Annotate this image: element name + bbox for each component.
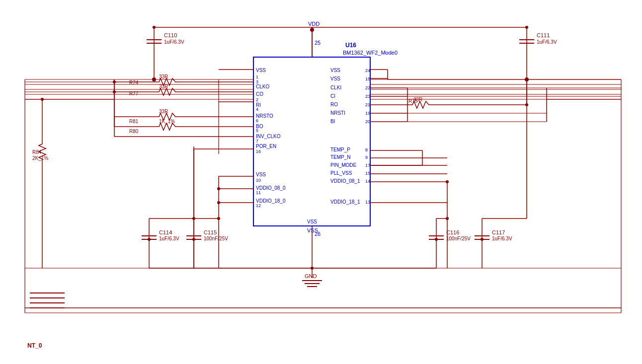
- svg-text:4: 4: [256, 107, 258, 112]
- svg-text:VDDIO_18_1: VDDIO_18_1: [330, 199, 360, 205]
- svg-point-198: [481, 238, 483, 241]
- svg-text:NRSTO: NRSTO: [256, 113, 273, 119]
- svg-text:VSS: VSS: [256, 68, 266, 73]
- svg-text:PLL_VSS: PLL_VSS: [330, 170, 352, 176]
- svg-point-206: [311, 267, 314, 270]
- svg-text:CLKI: CLKI: [330, 85, 341, 90]
- svg-text:20: 20: [365, 119, 370, 124]
- svg-text:RO: RO: [330, 102, 338, 107]
- svg-point-189: [435, 238, 438, 241]
- svg-text:18: 18: [365, 76, 370, 81]
- svg-text:13: 13: [365, 200, 370, 205]
- svg-text:1uF/6.3V: 1uF/6.3V: [164, 39, 184, 45]
- svg-text:19: 19: [365, 111, 370, 116]
- svg-text:CI: CI: [330, 93, 335, 99]
- svg-point-171: [217, 217, 220, 220]
- svg-text:2: 2: [256, 97, 258, 102]
- svg-text:VDDIO_08_1: VDDIO_08_1: [330, 178, 360, 184]
- svg-text:BI: BI: [330, 119, 335, 124]
- svg-text:12: 12: [256, 203, 261, 208]
- svg-text:C115: C115: [204, 229, 217, 235]
- svg-text:1: 1: [256, 74, 258, 79]
- svg-text:33R: 33R: [159, 109, 168, 114]
- svg-text:33R: 33R: [159, 74, 168, 79]
- svg-text:22: 22: [365, 85, 370, 90]
- svg-text:17: 17: [365, 163, 370, 168]
- svg-text:C116: C116: [446, 229, 459, 235]
- svg-text:5: 5: [256, 128, 258, 133]
- svg-text:100nF/25V: 100nF/25V: [446, 236, 471, 241]
- svg-point-215: [153, 26, 156, 29]
- svg-text:CO: CO: [256, 91, 263, 97]
- svg-text:8: 8: [365, 147, 368, 152]
- svg-text:TEMP_N: TEMP_N: [330, 154, 351, 160]
- svg-text:TEMP_P: TEMP_P: [330, 147, 350, 152]
- svg-text:C110: C110: [164, 32, 177, 38]
- schematic-canvas: 25 VDD 26 VSS U16 BM1362_WF2_Mode0 VSS 1…: [0, 0, 642, 364]
- svg-text:NT_0: NT_0: [27, 342, 42, 349]
- svg-text:VSS: VSS: [307, 219, 317, 224]
- svg-text:3: 3: [256, 79, 258, 84]
- svg-point-151: [446, 180, 449, 183]
- svg-point-214: [113, 90, 116, 93]
- svg-text:14: 14: [365, 179, 370, 184]
- svg-text:BM1362_WF2_Mode0: BM1362_WF2_Mode0: [343, 50, 398, 56]
- svg-text:C117: C117: [492, 229, 505, 235]
- svg-text:POR_EN: POR_EN: [256, 144, 276, 149]
- svg-point-175: [192, 238, 195, 241]
- svg-text:R80: R80: [129, 129, 139, 134]
- svg-point-162: [41, 98, 44, 101]
- svg-point-194: [446, 217, 449, 220]
- svg-text:R74: R74: [129, 80, 139, 85]
- svg-text:9: 9: [365, 155, 368, 160]
- svg-text:16: 16: [256, 149, 261, 154]
- svg-text:NRSTI: NRSTI: [330, 110, 345, 116]
- svg-text:VSS: VSS: [330, 68, 340, 73]
- svg-text:33R: 33R: [413, 97, 422, 102]
- svg-point-156: [217, 187, 220, 190]
- svg-point-216: [525, 26, 528, 29]
- svg-text:33R: 33R: [159, 84, 168, 89]
- svg-text:C114: C114: [159, 229, 172, 235]
- svg-text:GND: GND: [305, 273, 317, 279]
- svg-text:VSS: VSS: [307, 227, 318, 233]
- svg-text:1uF/6.3V: 1uF/6.3V: [492, 236, 512, 241]
- svg-point-213: [113, 80, 116, 83]
- svg-text:10: 10: [256, 178, 261, 183]
- svg-text:100nF/25V: 100nF/25V: [204, 236, 228, 241]
- svg-text:15: 15: [365, 171, 370, 176]
- svg-text:VDD: VDD: [308, 21, 320, 27]
- svg-text:23: 23: [365, 94, 370, 99]
- svg-point-157: [217, 201, 220, 204]
- svg-point-78: [152, 77, 156, 81]
- svg-text:C111: C111: [537, 32, 550, 38]
- svg-text:7: 7: [256, 139, 258, 144]
- svg-text:1uF/6.3V: 1uF/6.3V: [159, 236, 179, 241]
- svg-text:U16: U16: [345, 42, 356, 49]
- svg-text:PIN_MODE: PIN_MODE: [330, 162, 357, 168]
- svg-text:CLKO: CLKO: [256, 84, 269, 89]
- svg-text:21: 21: [365, 102, 370, 107]
- svg-text:25: 25: [315, 40, 321, 46]
- svg-text:6: 6: [256, 118, 258, 123]
- svg-text:1uF/6.3V: 1uF/6.3V: [537, 39, 557, 45]
- svg-text:1K_1%: 1K_1%: [159, 119, 175, 124]
- svg-text:INV_CLKO: INV_CLKO: [256, 134, 281, 139]
- svg-text:VSS: VSS: [256, 172, 266, 177]
- svg-text:11: 11: [256, 190, 261, 195]
- svg-point-166: [148, 238, 151, 241]
- svg-text:24: 24: [365, 68, 370, 73]
- svg-text:VSS: VSS: [330, 76, 340, 81]
- svg-text:R81: R81: [129, 119, 139, 124]
